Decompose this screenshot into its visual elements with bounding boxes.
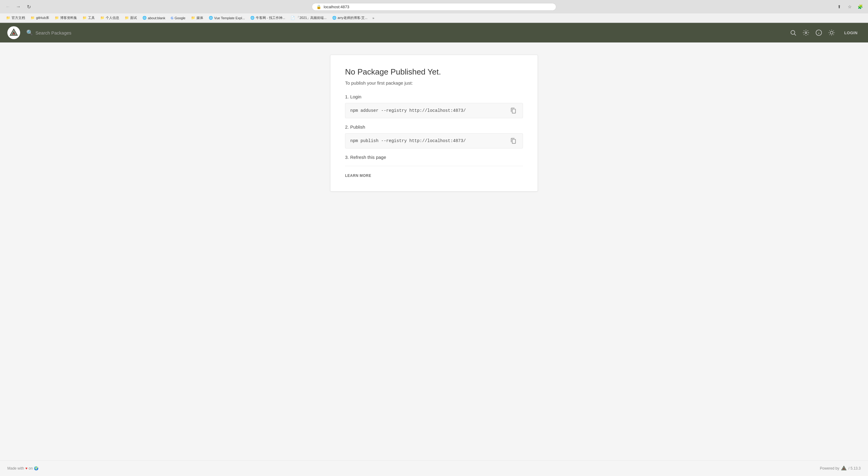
bookmark-folder-icon: 📁 <box>125 16 129 20</box>
empty-state-card: No Package Published Yet. To publish you… <box>330 55 538 192</box>
bookmark-github[interactable]: 📁 gitHub库 <box>28 15 52 21</box>
bookmark-label: Vue Template Expl... <box>214 16 245 20</box>
bookmark-about[interactable]: 🌐 about:blank <box>140 15 168 21</box>
footer-globe-icon: 🌍 <box>34 466 38 471</box>
app-logo[interactable] <box>7 26 20 39</box>
bookmark-label: 「2021」高频前端... <box>296 15 327 20</box>
bookmark-guanfang[interactable]: 📁 官方文档 <box>4 15 28 21</box>
command1-row: npm adduser --registry http://localhost:… <box>345 103 523 118</box>
card-title: No Package Published Yet. <box>345 67 523 77</box>
footer-version: / 5.13.3 <box>848 466 861 471</box>
navbar: 🔍 Search Packages <box>0 23 868 42</box>
extensions-button[interactable]: 🧩 <box>856 2 864 11</box>
browser-chrome: ← → ↻ 🔒 localhost:4873 ⬆ ☆ 🧩 📁 官方文档 📁 gi… <box>0 0 868 23</box>
search-placeholder: Search Packages <box>35 30 71 35</box>
back-button[interactable]: ← <box>4 2 12 11</box>
command2-row: npm publish --registry http://localhost:… <box>345 133 523 149</box>
main-content: No Package Published Yet. To publish you… <box>0 42 868 461</box>
bookmark-google-icon: G <box>171 16 174 20</box>
bookmark-folder-icon: 📁 <box>31 16 35 20</box>
bookmark-label: 个人信息 <box>106 15 119 20</box>
bookmark-label: gitHub库 <box>36 15 49 20</box>
bookmark-google[interactable]: G Google <box>168 15 188 21</box>
bookmark-profile[interactable]: 📁 个人信息 <box>98 15 122 21</box>
bookmark-folder-icon: 📁 <box>55 16 59 20</box>
bookmark-label: 媒体 <box>196 15 203 20</box>
bookmark-media[interactable]: 📁 媒体 <box>189 15 206 21</box>
copy-command1-button[interactable] <box>509 107 518 114</box>
step2-label: 2. Publish <box>345 124 523 130</box>
copy-icon <box>510 107 517 114</box>
copy-command2-button[interactable] <box>509 137 518 145</box>
bookmark-folder-icon: 📁 <box>83 16 87 20</box>
bookmark-globe-icon: 🌐 <box>332 16 337 20</box>
bookmark-label: 牛客网 - 找工作神... <box>256 15 285 20</box>
url-display: localhost:4873 <box>324 5 552 9</box>
forward-button[interactable]: → <box>14 2 23 11</box>
share-button[interactable]: ⬆ <box>835 2 843 11</box>
bookmarks-bar: 📁 官方文档 📁 gitHub库 📁 博客资料集 📁 工具 📁 个人信息 📁 面… <box>0 13 868 23</box>
card-divider <box>345 166 523 166</box>
bookmark-label: 面试 <box>130 15 137 20</box>
settings-icon[interactable] <box>803 29 809 36</box>
bookmark-blog[interactable]: 📁 博客资料集 <box>52 15 80 21</box>
command1-text: npm adduser --registry http://localhost:… <box>350 108 466 113</box>
svg-line-16 <box>830 34 830 35</box>
info-icon[interactable] <box>815 29 822 36</box>
bookmark-folder-icon: 📁 <box>6 16 10 20</box>
bookmark-interview[interactable]: 📁 面试 <box>122 15 140 21</box>
bookmark-globe-icon: 🌐 <box>209 16 213 20</box>
bookmark-doc-icon: 📄 <box>291 16 295 20</box>
bookmark-label: about:blank <box>148 16 165 20</box>
bookmark-label: Google <box>175 16 185 20</box>
bookmark-globe-icon: 🌐 <box>143 16 147 20</box>
reload-button[interactable]: ↻ <box>25 2 33 11</box>
svg-point-3 <box>791 31 795 34</box>
theme-icon[interactable] <box>828 29 835 36</box>
svg-line-12 <box>830 31 830 31</box>
card-subtitle: To publish your first package just: <box>345 81 523 86</box>
svg-point-9 <box>830 31 833 34</box>
step1-label: 1. Login <box>345 94 523 99</box>
address-bar[interactable]: 🔒 localhost:4873 <box>312 3 556 11</box>
footer-left: Made with ♥ on 🌍 <box>7 466 38 471</box>
bookmark-2021[interactable]: 📄 「2021」高频前端... <box>288 15 329 21</box>
bookmark-label: 工具 <box>88 15 95 20</box>
footer-powered-by: Powered by <box>820 466 839 471</box>
svg-line-4 <box>794 34 796 35</box>
svg-point-5 <box>805 32 807 34</box>
copy-icon <box>510 138 517 144</box>
step1-section: 1. Login npm adduser --registry http://l… <box>345 94 523 118</box>
search-icon: 🔍 <box>26 29 33 36</box>
footer-on: on <box>29 466 33 471</box>
bookmark-button[interactable]: ☆ <box>845 2 854 11</box>
verdaccio-logo-svg <box>9 28 18 37</box>
navbar-icons: LOGIN <box>790 29 861 37</box>
search-icon-nav[interactable] <box>790 29 797 36</box>
browser-actions: ⬆ ☆ 🧩 <box>835 2 864 11</box>
browser-toolbar: ← → ↻ 🔒 localhost:4873 ⬆ ☆ 🧩 <box>0 0 868 13</box>
bookmark-label: 博客资料集 <box>60 15 77 20</box>
bookmark-globe-icon: 🌐 <box>250 16 255 20</box>
verdaccio-footer-logo <box>841 466 847 471</box>
footer: Made with ♥ on 🌍 Powered by / 5.13.3 <box>0 461 868 476</box>
learn-more-button[interactable]: LEARN MORE <box>345 172 371 179</box>
search-bar[interactable]: 🔍 Search Packages <box>26 29 402 36</box>
footer-made-with: Made with <box>7 466 24 471</box>
footer-right: Powered by / 5.13.3 <box>820 466 861 471</box>
svg-point-2 <box>13 33 14 34</box>
bookmark-arry[interactable]: 🌐 arry老师的博客-艾... <box>330 15 370 21</box>
login-button[interactable]: LOGIN <box>841 29 861 37</box>
bookmarks-more[interactable]: » <box>370 15 376 21</box>
command2-text: npm publish --registry http://localhost:… <box>350 138 466 143</box>
bookmark-tools[interactable]: 📁 工具 <box>80 15 97 21</box>
bookmark-label: arry老师的博客-艾... <box>338 15 368 20</box>
bookmark-vue[interactable]: 🌐 Vue Template Expl... <box>206 15 247 21</box>
step3-label: 3. Refresh this page <box>345 155 523 160</box>
nav-buttons: ← → ↻ <box>4 2 33 11</box>
bookmark-niuke[interactable]: 🌐 牛客网 - 找工作神... <box>248 15 288 21</box>
step3-section: 3. Refresh this page <box>345 155 523 160</box>
bookmark-label: 官方文档 <box>11 15 25 20</box>
app-wrapper: 🔍 Search Packages <box>0 23 868 476</box>
svg-point-20 <box>843 469 844 470</box>
